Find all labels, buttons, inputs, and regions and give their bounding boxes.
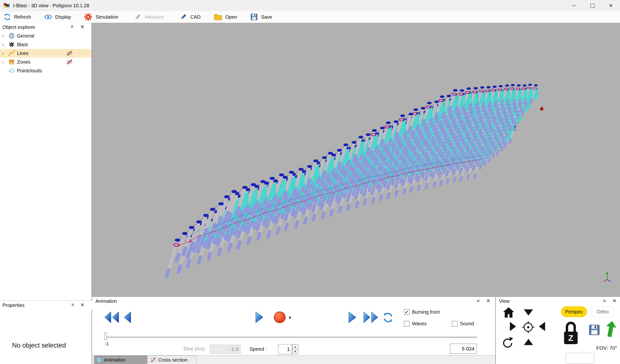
checkbox-icon xyxy=(452,321,457,326)
arrow-down-icon xyxy=(524,309,533,316)
close-button[interactable]: ✕ xyxy=(602,0,620,11)
tree-item-label: General xyxy=(17,33,34,39)
save-view-button[interactable] xyxy=(588,323,601,336)
expander-icon[interactable]: › xyxy=(2,42,6,47)
minimize-button[interactable]: ─ xyxy=(565,0,583,11)
refresh-label: Refresh xyxy=(14,14,31,20)
skip-to-end-button[interactable] xyxy=(363,311,379,324)
waves-checkbox[interactable]: Waves xyxy=(404,321,426,326)
sound-label: Sound xyxy=(460,321,474,326)
refresh-icon xyxy=(3,13,11,21)
arrow-up-icon xyxy=(524,339,533,345)
pan-up-button[interactable] xyxy=(524,339,533,345)
application-window: I-Blast - 3D view - Polígono 10.1.28 ─ ✕… xyxy=(0,0,620,364)
arrow-left-icon xyxy=(539,322,545,331)
gear-icon xyxy=(84,12,93,22)
green-up-arrow-icon xyxy=(605,321,616,337)
tab-cross-section[interactable]: Cross section xyxy=(148,356,197,364)
time-input[interactable] xyxy=(210,345,241,354)
pan-left-button[interactable] xyxy=(539,322,545,331)
collapse-panel-icon[interactable]: « xyxy=(70,303,75,306)
close-panel-icon[interactable]: ✕ xyxy=(80,302,85,307)
tree-item-pointclouds[interactable]: Pointclouds xyxy=(0,66,92,75)
close-panel-icon[interactable]: ✕ xyxy=(612,298,617,303)
sound-checkbox[interactable]: Sound xyxy=(452,321,474,326)
properties-title: Properties xyxy=(2,303,24,308)
simulation-label: Simulation xyxy=(96,14,118,20)
timeline-handle[interactable] xyxy=(104,333,107,340)
zones-icon xyxy=(8,59,15,65)
tree-item-zones[interactable]: › Zones xyxy=(0,58,92,66)
cross-section-tab-icon xyxy=(150,357,156,363)
skip-to-start-button[interactable] xyxy=(104,311,120,324)
floppy-icon xyxy=(588,323,601,336)
minimize-icon: ─ xyxy=(572,3,576,8)
fov-input[interactable] xyxy=(566,353,594,364)
view-title: View xyxy=(499,298,510,304)
perspective-button[interactable]: Perspec xyxy=(561,306,587,317)
tree-item-label: Lines xyxy=(17,51,29,56)
speed-spinner: ▲ ▼ xyxy=(292,344,298,354)
tree-item-blast[interactable]: › Blast xyxy=(0,40,92,49)
refresh-button[interactable]: Refresh xyxy=(3,11,31,23)
arrow-right-icon xyxy=(510,322,516,331)
simulation-button[interactable]: Simulation xyxy=(84,11,118,23)
visibility-off-icon[interactable] xyxy=(66,50,73,57)
view-panel: View » ✕ xyxy=(495,296,620,364)
blast-icon xyxy=(8,41,15,48)
home-view-button[interactable] xyxy=(503,307,515,318)
3d-scene-canvas[interactable] xyxy=(92,23,620,296)
animation-panel: Animation « ✕ xyxy=(92,296,495,364)
object-explorer-header: Object explorer « ✕ xyxy=(0,23,92,31)
close-panel-icon[interactable]: ✕ xyxy=(486,298,490,303)
record-button[interactable] xyxy=(273,310,287,324)
raise-view-button[interactable] xyxy=(605,321,616,337)
fov-label: FOV: 70° xyxy=(596,345,617,351)
collapse-panel-icon[interactable]: « xyxy=(70,25,75,28)
speed-input[interactable] xyxy=(278,344,292,354)
expander-icon[interactable]: › xyxy=(2,59,6,65)
ortho-button[interactable]: Ortho xyxy=(591,306,614,317)
record-options-dropdown-icon[interactable]: ▾ xyxy=(289,315,291,320)
step-back-button[interactable] xyxy=(123,311,132,324)
play-button[interactable] xyxy=(255,311,264,324)
bottom-tab-bar: Animation Cross section xyxy=(92,355,495,364)
play-forward-button[interactable] xyxy=(348,311,357,324)
close-panel-icon[interactable]: ✕ xyxy=(80,24,85,29)
expander-icon[interactable]: › xyxy=(2,50,6,56)
measure-pencil-icon xyxy=(134,13,142,21)
loop-refresh-button[interactable] xyxy=(382,312,394,323)
pan-right-button[interactable] xyxy=(510,322,516,331)
animation-header: Animation « ✕ xyxy=(92,297,495,305)
rotate-view-button[interactable] xyxy=(502,336,514,349)
cad-button[interactable]: CAD xyxy=(179,11,201,23)
open-button[interactable]: Open xyxy=(214,11,237,23)
expand-panel-icon[interactable]: » xyxy=(603,298,606,303)
lock-z-button[interactable]: Z xyxy=(562,320,580,346)
spin-down-button[interactable]: ▼ xyxy=(292,349,298,354)
tree-item-general[interactable]: › General xyxy=(0,31,92,40)
burning-front-checkbox[interactable]: ✓ Burning front xyxy=(404,309,440,315)
tab-label: Cross section xyxy=(158,357,187,363)
no-selection-text: No object selected xyxy=(12,342,66,349)
center-view-button[interactable] xyxy=(521,320,535,334)
tab-animation[interactable]: Animation xyxy=(94,356,147,364)
save-button[interactable]: Save xyxy=(250,11,272,23)
3d-viewport[interactable] xyxy=(92,23,620,296)
display-button[interactable]: Display xyxy=(44,11,71,23)
rotate-icon xyxy=(502,336,514,349)
measure-button[interactable]: Measure xyxy=(134,11,164,23)
frame-counter-input[interactable] xyxy=(450,344,477,354)
tree-item-lines[interactable]: › Lines xyxy=(0,49,92,58)
lock-icon: Z xyxy=(562,320,580,346)
ortho-label: Ortho xyxy=(597,309,609,315)
spin-up-button[interactable]: ▲ xyxy=(292,344,298,349)
cad-pencil-icon xyxy=(179,13,187,21)
timeline-track[interactable] xyxy=(106,337,477,337)
expander-icon[interactable]: › xyxy=(2,33,6,39)
maximize-button[interactable] xyxy=(583,0,602,11)
pan-down-button[interactable] xyxy=(524,309,533,316)
visibility-off-icon[interactable] xyxy=(66,58,73,66)
collapse-panel-icon[interactable]: « xyxy=(477,298,480,303)
display-label: Display xyxy=(55,14,71,20)
